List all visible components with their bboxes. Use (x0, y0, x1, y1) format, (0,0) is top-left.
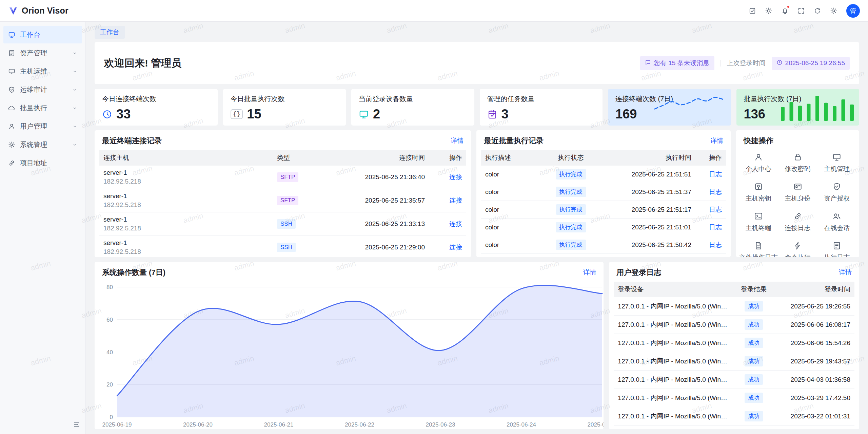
log-link[interactable]: 日志 (709, 241, 722, 248)
svg-text:2025-06-19: 2025-06-19 (102, 421, 132, 428)
stat-label: 管理的任务数量 (487, 94, 595, 103)
user-avatar[interactable]: 管 (846, 4, 860, 18)
terminal-record-row: server-1182.92.5.218 SSH 2025-06-25 21:2… (99, 236, 466, 258)
execlog-icon (832, 241, 841, 250)
log-link[interactable]: 日志 (709, 206, 722, 213)
sidebar-collapse-button[interactable] (73, 421, 80, 429)
quick-action-personal-center[interactable]: 个人中心 (739, 153, 778, 173)
login-time: 2025-03-29 17:42:50 (776, 389, 854, 407)
stats-row: 今日连接终端次数 33今日批量执行次数 {}15当前登录设备数量 2管理的任务数… (95, 89, 859, 126)
stat-card-0: 今日连接终端次数 33 (95, 89, 218, 126)
column-header: 操作 (695, 150, 726, 166)
stat-minichart (653, 94, 726, 121)
shell: 工作台资产管理主机运维运维审计批量执行用户管理系统管理项目地址 工作台 欢迎回来… (0, 22, 868, 434)
fullscreen-icon (797, 7, 805, 15)
svg-text:80: 80 (106, 284, 113, 290)
login-device: 127.0.0.1 - 内网IP - Mozilla/5.0 (Windows … (614, 426, 732, 430)
refresh-button[interactable] (810, 4, 825, 18)
connect-link[interactable]: 连接 (449, 173, 462, 181)
key-icon (754, 182, 763, 191)
svg-text:2025-06-21: 2025-06-21 (264, 421, 294, 428)
quick-action-host-identity[interactable]: 主机身份 (778, 182, 817, 203)
connect-link[interactable]: 连接 (449, 244, 462, 251)
login-logs-detail-link[interactable]: 详情 (839, 268, 852, 277)
quick-action-host-management[interactable]: 主机管理 (817, 153, 856, 173)
connect-link[interactable]: 连接 (449, 197, 462, 204)
login-device: 127.0.0.1 - 内网IP - Mozilla/5.0 (Windows … (614, 297, 732, 316)
protocol-tag: SFTP (277, 196, 298, 205)
braces-icon: {} (231, 109, 243, 119)
app-header: Orion Visor 管 (0, 0, 868, 22)
stat-label: 今日批量执行次数 (231, 94, 339, 103)
login-log-row: 127.0.0.1 - 内网IP - Mozilla/5.0 (Windows … (614, 371, 854, 389)
message-icon-slot (645, 59, 651, 67)
system-ops-chart-body: 0204060802025-06-192025-06-202025-06-212… (95, 282, 604, 429)
quick-action-host-key[interactable]: 主机密钥 (739, 182, 778, 203)
clock-icon-slot (776, 59, 783, 67)
batch-records-detail-link[interactable]: 详情 (710, 136, 723, 145)
sidebar-item-label: 用户管理 (20, 122, 47, 131)
log-link[interactable]: 日志 (709, 224, 722, 231)
batch-record-row: color 执行完成 2025-06-25 21:50:10 日志 (481, 254, 726, 258)
stat-value: 136 (744, 107, 765, 121)
connect-link[interactable]: 连接 (449, 220, 462, 227)
notification-button[interactable] (778, 4, 792, 18)
login-log-row: 127.0.0.1 - 内网IP - Mozilla/5.0 (Windows … (614, 352, 854, 371)
login-logs-title: 用户登录日志 (616, 267, 661, 278)
login-result-badge: 成功 (745, 338, 763, 348)
quick-action-connect-log[interactable]: 连接日志 (778, 212, 817, 232)
sidebar-item-user-management[interactable]: 用户管理 (3, 117, 82, 135)
settings-button[interactable] (827, 4, 841, 18)
sidebar-item-ops-audit[interactable]: 运维审计 (3, 81, 82, 98)
exec-time: 2025-06-25 21:50:10 (602, 254, 695, 258)
sidebar-item-asset-management[interactable]: 资产管理 (3, 44, 82, 62)
quick-action-change-password[interactable]: 修改密码 (778, 153, 817, 173)
quick-actions-card: 快捷操作 个人中心修改密码主机管理主机密钥主机身份资产授权主机终端连接日志在线会… (736, 130, 859, 257)
sidebar-item-host-ops[interactable]: 主机运维 (3, 62, 82, 80)
svg-text:2025-06-20: 2025-06-20 (183, 421, 213, 428)
column-header: 类型 (273, 150, 324, 166)
quick-actions-title: 快捷操作 (744, 136, 773, 146)
notification-dot (787, 5, 790, 8)
welcome-banner: 欢迎回来! 管理员 您有 15 条未读消息 上次登录时间 2025-06-25 … (95, 42, 859, 84)
host-ip: 182.92.5.218 (103, 248, 269, 256)
system-ops-chart-card: 系统操作数量 (7日) 详情 0204060802025-06-192025-0… (95, 262, 604, 429)
quick-action-online-session[interactable]: 在线会话 (817, 212, 856, 232)
quick-action-label: 修改密码 (785, 165, 811, 173)
user-icon (754, 153, 763, 162)
sidebar-item-system-management[interactable]: 系统管理 (3, 136, 82, 153)
system-ops-detail-link[interactable]: 详情 (583, 268, 596, 277)
connect-time: 2025-06-25 21:33:13 (324, 212, 429, 236)
unread-messages-text: 您有 15 条未读消息 (654, 59, 710, 68)
host-name: server-1 (103, 239, 269, 247)
stat-label: 当前登录设备数量 (359, 94, 467, 103)
exec-time: 2025-06-25 21:51:17 (602, 201, 695, 219)
exec-description: color (481, 201, 539, 219)
last-login-time-badge: 2025-06-25 19:26:55 (772, 57, 850, 70)
batch-record-row: color 执行完成 2025-06-25 21:51:01 日志 (481, 219, 726, 236)
sidebar-item-batch-execute[interactable]: 批量执行 (3, 99, 82, 117)
login-device: 127.0.0.1 - 内网IP - Mozilla/5.0 (Windows … (614, 316, 732, 334)
theme-button[interactable] (762, 4, 776, 18)
log-link[interactable]: 日志 (709, 171, 722, 178)
sidebar-item-project-link[interactable]: 项目地址 (3, 154, 82, 172)
quick-action-asset-authorization[interactable]: 资产授权 (817, 182, 856, 203)
quick-action-file-operation-log[interactable]: 文件操作日志 (739, 241, 778, 257)
login-log-row: 127.0.0.1 - 内网IP - Mozilla/5.0 (Windows … (614, 389, 854, 407)
breadcrumb-item-workbench[interactable]: 工作台 (95, 26, 125, 39)
log-link[interactable]: 日志 (709, 188, 722, 195)
unread-messages-badge[interactable]: 您有 15 条未读消息 (640, 56, 714, 70)
app-logo[interactable]: Orion Visor (8, 6, 68, 16)
quick-action-host-terminal[interactable]: 主机终端 (739, 212, 778, 232)
todo-button[interactable] (745, 4, 760, 18)
host-name: server-1 (103, 169, 269, 176)
login-time: 2025-03-22 01:01:31 (776, 407, 854, 426)
quick-action-execute-log[interactable]: 执行日志 (817, 241, 856, 257)
fullscreen-button[interactable] (794, 4, 808, 18)
terminal-records-detail-link[interactable]: 详情 (451, 136, 463, 145)
login-device: 127.0.0.1 - 内网IP - Mozilla/5.0 (Windows … (614, 407, 732, 426)
quick-action-command-execute[interactable]: 命令执行 (778, 241, 817, 257)
sidebar-item-workbench[interactable]: 工作台 (3, 26, 82, 43)
quick-action-label: 连接日志 (785, 224, 811, 232)
quick-action-label: 文件操作日志 (739, 253, 778, 257)
